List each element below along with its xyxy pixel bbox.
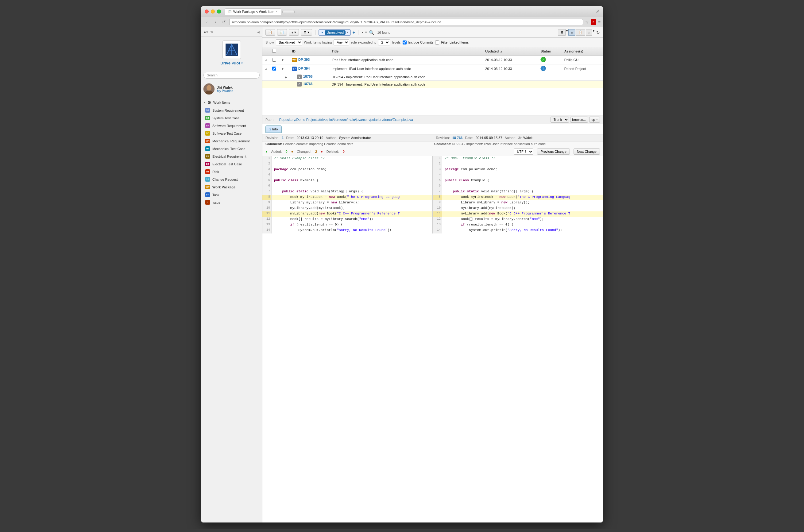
- sidebar-item-change-request[interactable]: CR Change Request: [201, 175, 262, 183]
- table-layout-button[interactable]: 📋: [576, 29, 585, 36]
- code-line: 6: [262, 184, 432, 189]
- reload-button[interactable]: ↺: [221, 19, 227, 25]
- sidebar-item-electrical-test-case[interactable]: ET Electrical Test Case: [201, 160, 262, 168]
- row-link-cell[interactable]: ⇌: [262, 55, 270, 64]
- row-updated-cell: [483, 81, 532, 88]
- expand-arrow-icon[interactable]: ▼: [281, 67, 284, 71]
- tab-label: Work Package < Work Item: [233, 10, 274, 14]
- software-requirement-label: Software Requirement: [212, 124, 246, 128]
- revision-left-value[interactable]: 1: [282, 136, 283, 139]
- row-expand-cell[interactable]: ▼: [279, 55, 290, 64]
- sidebar-item-task[interactable]: T✓ Task: [201, 191, 262, 198]
- browse-button[interactable]: browse...: [570, 117, 588, 123]
- view-buttons: ⊞ ▾ ≡ 📋 ↕ ▾: [558, 29, 594, 36]
- col-title-header[interactable]: Title: [329, 47, 483, 55]
- sidebar-collapse-icon[interactable]: ◀: [257, 31, 260, 34]
- work-item-id-link[interactable]: DP-394: [298, 66, 310, 70]
- filter-clear-x[interactable]: ×: [361, 31, 363, 34]
- status-icon-svg: ✓: [540, 57, 546, 62]
- branch-select[interactable]: Trunk: [550, 117, 569, 123]
- col-id-header[interactable]: ID: [290, 47, 329, 55]
- sort-view-button[interactable]: ↕: [586, 29, 593, 36]
- include-commits-checkbox[interactable]: [403, 40, 407, 44]
- filter-add-button[interactable]: +: [353, 30, 355, 35]
- up-button[interactable]: up ↑: [589, 117, 600, 123]
- view-dropdown-arrow[interactable]: ▾: [566, 29, 568, 36]
- sidebar-item-software-requirement[interactable]: SR Software Requirement: [201, 122, 262, 130]
- add-button[interactable]: + ▾: [289, 29, 299, 36]
- forward-button[interactable]: ›: [212, 19, 219, 25]
- filter-linked-checkbox[interactable]: [435, 40, 439, 44]
- role-levels-select[interactable]: 2: [378, 39, 390, 45]
- sidebar-star-icon[interactable]: ☆: [210, 30, 213, 34]
- comment-left-label: Comment:: [265, 142, 282, 146]
- include-commits-checkbox-label[interactable]: Include Commits: [403, 40, 434, 44]
- sidebar-item-electrical-requirement[interactable]: ER Electrical Requirement: [201, 152, 262, 160]
- table-view-button[interactable]: 📊: [277, 29, 287, 36]
- search-icon[interactable]: 🔍: [369, 30, 374, 35]
- filter-dropdown[interactable]: ▼ Unresolved ×: [319, 30, 351, 36]
- sidebar-gear-icon[interactable]: ⚙: [203, 30, 207, 34]
- active-tab[interactable]: 📋 Work Package < Work Item ×: [225, 8, 281, 15]
- sidebar-item-issue[interactable]: I! Issue: [201, 198, 262, 206]
- expand-arrow-icon[interactable]: ▼: [281, 58, 284, 62]
- row-expand-cell[interactable]: ▶: [279, 73, 290, 81]
- grid-view-button[interactable]: ⊞: [558, 29, 565, 36]
- sidebar-item-mechanical-test-case[interactable]: MT Mechanical Test Case: [201, 145, 262, 152]
- any-select[interactable]: Any: [334, 39, 349, 45]
- bookmark-star-icon[interactable]: ☆: [585, 20, 589, 24]
- prev-change-button[interactable]: Previous Change: [537, 149, 569, 155]
- code-line: 1 /* Small Example class */: [433, 156, 603, 162]
- list-view-button[interactable]: ≡: [568, 29, 575, 36]
- work-item-id-link[interactable]: DP-393: [298, 58, 310, 61]
- project-dropdown-arrow[interactable]: ▾: [241, 61, 243, 65]
- sidebar-item-work-items[interactable]: ▾ ⚙ Work Items: [201, 98, 262, 107]
- address-input[interactable]: [229, 19, 583, 25]
- sidebar-item-mechanical-requirement[interactable]: MR Mechanical Requirement: [201, 137, 262, 145]
- revision-right-value[interactable]: 18 766: [452, 136, 463, 139]
- path-link[interactable]: Repository/Demo Projects/drivepilot/trun…: [279, 118, 413, 121]
- tab-close-button[interactable]: ×: [276, 10, 278, 13]
- refresh-button[interactable]: ↻: [596, 30, 600, 35]
- sidebar-item-risk[interactable]: R! Risk: [201, 168, 262, 175]
- back-button[interactable]: ‹: [203, 19, 210, 25]
- row-select-checkbox[interactable]: [272, 66, 276, 71]
- diff-header: Revision: 1 Date: 2013-03-13 20:19 Autho…: [262, 134, 603, 141]
- info-tab[interactable]: ℹ Info: [265, 126, 282, 133]
- project-name-label[interactable]: Drive Pilot: [220, 61, 240, 65]
- browser-menu-button[interactable]: ≡: [598, 20, 601, 24]
- next-change-button[interactable]: Next Change: [574, 149, 600, 155]
- backlinked-select[interactable]: Backlinked: [276, 39, 302, 45]
- col-status-header[interactable]: Status: [538, 47, 562, 55]
- line-number: 1: [433, 156, 442, 162]
- filter-clear-button[interactable]: ×: [347, 31, 349, 34]
- row-link-cell: [262, 73, 270, 81]
- clipboard-button[interactable]: 📋: [265, 29, 275, 36]
- fullscreen-button[interactable]: ⤢: [596, 9, 599, 14]
- settings-button[interactable]: ⚙ ▾: [301, 29, 312, 36]
- view-sort-arrow[interactable]: ▾: [593, 29, 594, 36]
- col-assignee-header[interactable]: Assignee(s): [562, 47, 603, 55]
- row-type-icon: WP: [292, 58, 297, 62]
- row-link-cell[interactable]: ⇌: [262, 64, 270, 73]
- sidebar-item-system-test-case[interactable]: ST System Test Case: [201, 114, 262, 122]
- sidebar-item-software-test-case[interactable]: TC Software Test Case: [201, 130, 262, 137]
- expand-arrow-icon[interactable]: ▶: [285, 75, 287, 79]
- row-expand-cell[interactable]: ▼: [279, 64, 290, 73]
- minimize-button[interactable]: [211, 10, 215, 14]
- maximize-button[interactable]: [217, 10, 221, 14]
- my-polarion-link[interactable]: My Polarion: [217, 89, 233, 93]
- row-select-checkbox[interactable]: [272, 58, 276, 62]
- sidebar-item-system-requirement[interactable]: SR System Requirement: [201, 107, 262, 114]
- line-content: package com.polarion.demo;: [442, 167, 603, 173]
- col-updated-header[interactable]: Updated ▲: [483, 47, 532, 55]
- filter-linked-checkbox-label[interactable]: Filter Linked Items: [435, 40, 469, 44]
- select-all-checkbox[interactable]: [272, 49, 276, 53]
- sidebar-search-input[interactable]: [203, 72, 260, 78]
- encoding-select[interactable]: UTF-8: [514, 149, 533, 155]
- sidebar-item-work-package[interactable]: WP Work Package: [201, 183, 262, 191]
- work-item-id-link[interactable]: 18756: [303, 75, 313, 78]
- new-tab-button[interactable]: [282, 10, 295, 13]
- work-item-id-link[interactable]: 18766: [303, 82, 313, 86]
- close-button[interactable]: [205, 10, 209, 14]
